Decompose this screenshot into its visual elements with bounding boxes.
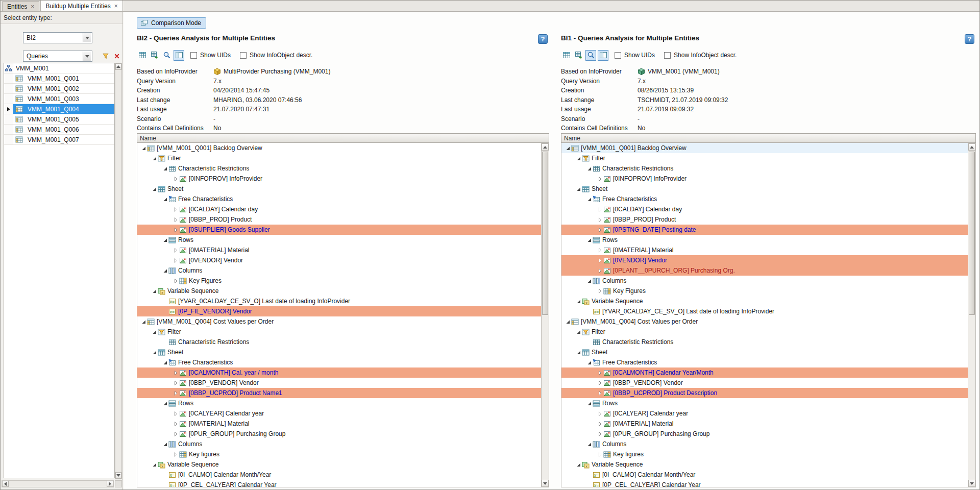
list-item[interactable]: VMM_M001_Q004 [4,104,114,114]
expand-icon[interactable] [597,288,603,294]
tab-buildup-multiple-entities[interactable]: Buildup Multiple Entities × [40,0,122,11]
search-button[interactable] [161,50,172,61]
checkbox[interactable] [664,52,671,59]
tree-row[interactable]: Characteristic Restrictions [561,337,968,347]
tree-row[interactable]: [0MATERIAL] Material [137,245,541,255]
tree-row[interactable]: [0VENDOR] Vendor [137,255,541,265]
tree-row[interactable]: Key Figures [137,276,541,286]
expand-icon[interactable] [173,176,179,182]
scroll-up-button[interactable] [542,143,549,151]
expand-icon[interactable] [173,278,179,284]
expand-icon[interactable] [597,216,603,223]
close-icon[interactable]: × [114,4,118,9]
collapse-icon[interactable] [151,155,158,161]
comparison-mode-button[interactable]: Comparison Mode [137,17,206,29]
tree-row[interactable]: [0PUR_GROUP] Purchasing Group [561,429,968,439]
tree-scrollbar[interactable] [541,143,549,487]
tab-entities[interactable]: Entities × [2,1,39,11]
tree-row[interactable]: x=[0I_CALMO] Calendar Month/Year [561,470,968,480]
filter-button[interactable] [101,51,111,61]
collapse-icon[interactable] [586,237,593,243]
scroll-left-button[interactable] [2,481,9,487]
tree-row[interactable]: [0PLANT__0PURCH_ORG] Purchasing Org. [561,265,968,276]
tree-row[interactable]: [VMM_M001_Q004] Cost Values per Order [561,316,968,327]
list-item[interactable]: VMM_M001_Q001 [4,74,114,84]
tree-row[interactable]: Columns [561,439,968,449]
tree-row[interactable]: Rows [137,398,541,408]
collapse-icon[interactable] [151,288,158,294]
collapse-icon[interactable] [565,318,571,325]
tree-row[interactable]: Sheet [137,347,541,357]
tree-row[interactable]: [0BBP_UCPROD] Product Name1 [137,388,541,398]
tree-row[interactable]: Filter [561,327,968,337]
tree-row[interactable]: [0CALMONTH] Calendar Year/Month [561,368,968,378]
sidebar-horizontal-scrollbar[interactable] [2,480,114,487]
tree-row[interactable]: Columns [561,276,968,286]
expand-icon[interactable] [597,206,603,212]
split-view-button[interactable] [174,50,184,61]
tree-row[interactable]: [0BBP_PROD] Product [137,214,541,225]
collapse-icon[interactable] [586,359,593,365]
tree-row[interactable]: Filter [137,153,541,163]
collapse-icon[interactable] [151,329,158,335]
clear-filter-button[interactable] [112,51,122,61]
checkbox[interactable] [615,52,621,59]
collapse-icon[interactable] [140,145,147,151]
expand-icon[interactable] [597,380,603,386]
tree-row[interactable]: x=[0P_CEL_CALYEAR] Calendar Year [137,480,541,487]
expand-icon[interactable] [173,380,179,386]
entity-type-select[interactable]: BI2 [23,32,92,43]
expand-icon[interactable] [173,410,179,416]
tree-row[interactable]: [0VENDOR] Vendor [561,255,968,265]
tree-row[interactable]: Sheet [561,184,968,194]
tree-row[interactable]: [0PUR_GROUP] Purchasing Group [137,429,541,439]
tree-row[interactable]: [0MATERIAL] Material [137,419,541,429]
expand-icon[interactable] [173,247,179,253]
checkbox[interactable] [190,52,197,59]
tree-row[interactable]: Key figures [561,449,968,459]
tree-row[interactable]: [0BBP_UCPROD] Product Description [561,388,968,398]
expand-icon[interactable] [597,421,603,427]
collapse-icon[interactable] [565,145,571,151]
tree-row[interactable]: x=[0I_CALMO] Calendar Month/Year [137,470,541,480]
tree-row[interactable]: [VMM_M001_Q001] Backlog Overview [137,143,541,153]
tree-row[interactable]: Filter [561,153,968,163]
list-item[interactable]: VMM_M001_Q005 [4,114,114,125]
collapse-icon[interactable] [586,441,593,447]
tree-row[interactable]: Characteristic Restrictions [561,163,968,174]
collapse-icon[interactable] [162,441,168,447]
list-item-root[interactable]: VMM_M001 [4,63,114,74]
tree-row[interactable]: [0CALYEAR] Calendar year [137,408,541,419]
tree-row[interactable]: [0INFOPROV] InfoProvider [137,174,541,184]
scroll-up-button[interactable] [968,143,975,151]
tree-row[interactable]: xVariable Sequence [561,296,968,306]
expand-icon[interactable] [173,227,179,233]
tree-row[interactable]: Sheet [137,184,541,194]
collapse-icon[interactable] [162,359,168,365]
collapse-icon[interactable] [586,278,593,284]
collapse-icon[interactable] [586,196,593,202]
checkbox[interactable] [240,52,247,59]
collapse-icon[interactable] [586,400,593,406]
expand-icon[interactable] [173,431,179,437]
collapse-icon[interactable] [575,461,582,468]
collapse-icon[interactable] [162,165,168,172]
expand-icon[interactable] [173,370,179,376]
tree-row[interactable]: [VMM_M001_Q004] Cost Values per Order [137,316,541,327]
collapse-icon[interactable] [575,155,582,161]
tree-row[interactable]: x=[YVAR_0CALDAY_CE_SV_O] Last date of lo… [561,306,968,316]
scrollbar-thumb[interactable] [969,152,975,315]
table-view-button[interactable] [137,50,148,61]
scrollbar-thumb[interactable] [542,152,548,315]
tree-row[interactable]: xVariable Sequence [137,459,541,470]
collapse-icon[interactable] [586,165,593,172]
expand-icon[interactable] [597,247,603,253]
expand-icon[interactable] [597,431,603,437]
tree-row[interactable]: [0BBP_PROD] Product [561,214,968,225]
expand-icon[interactable] [597,176,603,182]
tree-row[interactable]: Characteristic Restrictions [137,163,541,174]
tree-row[interactable]: [0MATERIAL] Material [561,419,968,429]
tree-row[interactable]: [0CALDAY] Calendar day [561,204,968,214]
collapse-icon[interactable] [575,349,582,355]
expand-icon[interactable] [597,257,603,263]
